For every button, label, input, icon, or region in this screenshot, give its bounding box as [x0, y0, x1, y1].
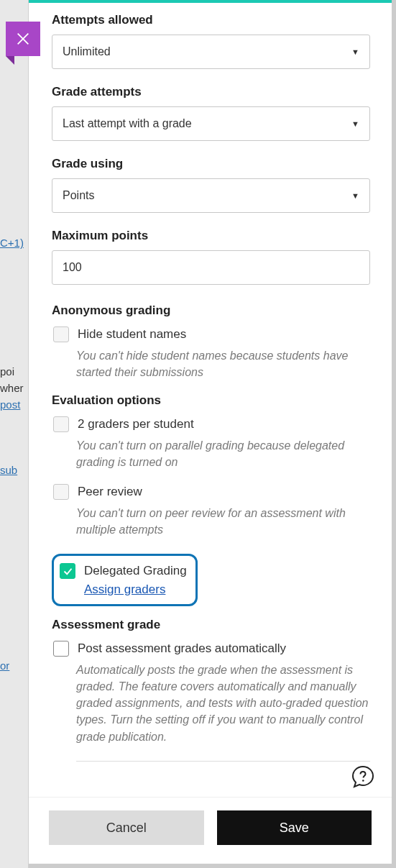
evaluation-options-title: Evaluation options [52, 393, 370, 408]
attempts-allowed-value: Unlimited [63, 45, 111, 58]
hide-names-label: Hide student names [78, 326, 186, 343]
delegated-grading-checkbox[interactable] [60, 563, 75, 579]
max-points-label: Maximum points [52, 229, 370, 243]
post-grades-row: Post assessment grades automatically [53, 641, 370, 657]
max-points-field: Maximum points 100 [52, 229, 370, 285]
caret-down-icon: ▼ [351, 119, 359, 128]
peer-review-row: Peer review [53, 484, 370, 501]
grade-attempts-label: Grade attempts [52, 85, 370, 99]
save-button[interactable]: Save [217, 810, 372, 845]
grade-attempts-value: Last attempt with a grade [63, 117, 192, 130]
anonymous-grading-title: Anonymous grading [52, 303, 370, 318]
peer-review-label: Peer review [78, 484, 142, 501]
hide-names-row: Hide student names [53, 326, 370, 343]
grade-using-select[interactable]: Points ▼ [52, 178, 370, 213]
help-button[interactable] [350, 764, 376, 790]
settings-panel: Attempts allowed Unlimited ▼ Grade attem… [29, 0, 392, 864]
cancel-button[interactable]: Cancel [49, 810, 204, 845]
post-grades-hint: Automatically posts the grade when the a… [76, 662, 370, 745]
caret-down-icon: ▼ [351, 47, 359, 56]
post-grades-checkbox[interactable] [53, 641, 69, 657]
two-graders-label: 2 graders per student [78, 416, 194, 433]
hide-names-checkbox [53, 326, 69, 342]
two-graders-row: 2 graders per student [53, 416, 370, 433]
two-graders-checkbox [53, 416, 69, 432]
check-icon [63, 566, 73, 577]
delegated-grading-highlight: Delegated Grading Assign graders [52, 554, 198, 606]
caret-down-icon: ▼ [351, 191, 359, 200]
delegated-grading-row: Delegated Grading [60, 563, 187, 580]
max-points-input[interactable]: 100 [52, 250, 370, 285]
post-grades-label: Post assessment grades automatically [78, 641, 286, 657]
attempts-allowed-label: Attempts allowed [52, 13, 370, 27]
close-button[interactable] [6, 22, 40, 56]
peer-review-checkbox [53, 484, 69, 500]
background-page-strip: C+1) poi wher post sub or [0, 0, 29, 868]
attempts-allowed-field: Attempts allowed Unlimited ▼ [52, 13, 370, 69]
assessment-grade-title: Assessment grade [52, 618, 370, 632]
delegated-grading-label: Delegated Grading [84, 563, 187, 580]
close-icon [15, 31, 31, 47]
settings-scroll[interactable]: Attempts allowed Unlimited ▼ Grade attem… [29, 3, 392, 797]
hide-names-hint: You can't hide student names because stu… [76, 347, 370, 380]
grade-using-value: Points [63, 189, 94, 202]
grade-attempts-field: Grade attempts Last attempt with a grade… [52, 85, 370, 141]
max-points-value: 100 [63, 261, 82, 274]
assign-graders-link[interactable]: Assign graders [84, 583, 165, 597]
grade-using-field: Grade using Points ▼ [52, 157, 370, 213]
attempts-allowed-select[interactable]: Unlimited ▼ [52, 35, 370, 69]
peer-review-hint: You can't turn on peer review for an ass… [76, 505, 370, 538]
help-icon [350, 764, 376, 790]
two-graders-hint: You can't turn on parallel grading becau… [76, 437, 370, 470]
svg-point-0 [362, 780, 364, 782]
grade-attempts-select[interactable]: Last attempt with a grade ▼ [52, 106, 370, 141]
grade-using-label: Grade using [52, 157, 370, 171]
footer-actions: Cancel Save [29, 797, 392, 864]
